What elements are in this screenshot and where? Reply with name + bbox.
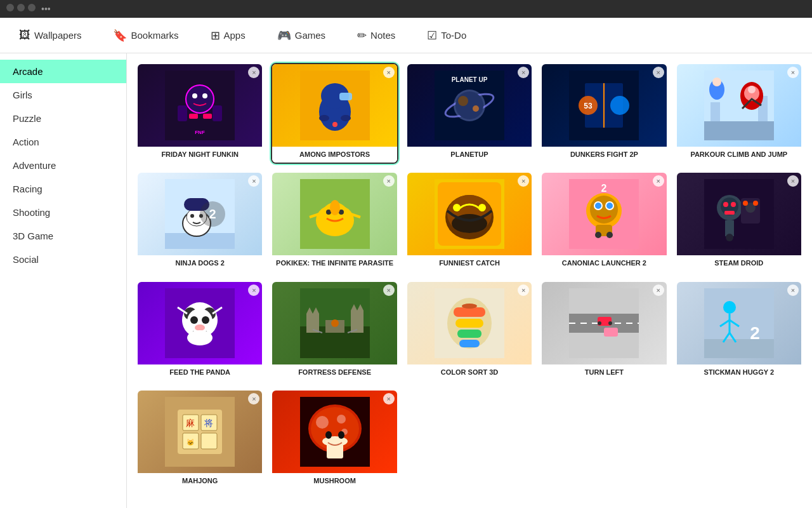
sidebar-item-adventure[interactable]: Adventure — [0, 154, 126, 177]
game-card-planetup[interactable]: × PLANET UP PLANETUP — [406, 63, 533, 164]
game-title-turnleft: TURN LEFT — [542, 364, 666, 380]
svg-point-90 — [195, 324, 205, 331]
svg-text:麻: 麻 — [186, 418, 195, 428]
sidebar-item-3dgame[interactable]: 3D Game — [0, 224, 126, 248]
game-card-pokikex[interactable]: × POKIKEX: THE INFINITE PARASITE — [271, 171, 398, 272]
sidebar: ArcadeGirlsPuzzleActionAdventureRacingSh… — [0, 53, 127, 508]
svg-point-1 — [186, 85, 214, 113]
svg-point-75 — [731, 202, 736, 207]
game-title-panda: FEED THE PANDA — [138, 364, 262, 380]
dot-1 — [6, 4, 14, 11]
nav-label-apps: Apps — [224, 30, 246, 41]
close-btn-panda[interactable]: × — [248, 284, 259, 296]
game-thumb-parkour — [677, 64, 801, 147]
game-title-steam: STEAM DROID — [677, 255, 801, 271]
svg-text:PLANET UP: PLANET UP — [452, 76, 488, 83]
game-card-parkour[interactable]: × PARKOUR CLIMB AND JUMP — [676, 63, 802, 164]
game-thumb-funniest — [407, 173, 532, 255]
nav-item-apps[interactable]: ⊞Apps — [204, 25, 252, 46]
game-card-panda[interactable]: × FEED THE PANDA — [136, 281, 263, 382]
game-card-mahjong[interactable]: × 麻 将 🐱 MAHJONG — [136, 389, 263, 490]
nav-item-games[interactable]: 🎮Games — [271, 25, 332, 46]
game-card-turnleft[interactable]: × TURN LEFT — [540, 281, 667, 382]
svg-point-65 — [594, 202, 602, 210]
game-card-fortress[interactable]: × FORTRESS DEFENSE — [271, 281, 398, 382]
svg-rect-114 — [604, 328, 618, 337]
content-area: ArcadeGirlsPuzzleActionAdventureRacingSh… — [0, 53, 812, 508]
close-btn-among[interactable]: × — [383, 67, 395, 78]
game-card-among[interactable]: × AMONG IMPOSTORS — [271, 63, 398, 164]
svg-point-74 — [723, 202, 728, 207]
close-btn-stickman[interactable]: × — [787, 284, 799, 296]
svg-point-108 — [462, 304, 477, 309]
svg-rect-31 — [710, 102, 720, 121]
game-thumb-dunkers: 53 — [542, 64, 666, 147]
close-btn-colorsort[interactable]: × — [518, 284, 529, 296]
svg-point-27 — [610, 96, 629, 115]
game-thumb-canoniac: 2 — [542, 173, 666, 255]
svg-rect-104 — [454, 307, 485, 317]
sidebar-item-action[interactable]: Action — [0, 130, 126, 154]
game-card-mushroom[interactable]: × MUSHROOM — [271, 389, 398, 490]
svg-point-37 — [712, 77, 721, 86]
nav-item-bookmarks[interactable]: 🔖Bookmarks — [107, 25, 185, 46]
game-thumb-mushroom — [272, 391, 396, 473]
game-card-ninja[interactable]: × 2 NINJA DOGS 2 — [136, 171, 263, 272]
close-btn-canoniac[interactable]: × — [653, 175, 664, 187]
nav-bar: 🖼Wallpapers🔖Bookmarks⊞Apps🎮Games✏Notes☑T… — [0, 18, 812, 53]
svg-point-138 — [316, 416, 329, 429]
svg-rect-131 — [201, 433, 217, 449]
games-grid: × FNF FRIDAY NIGHT FUNKIN× AMONG IMPOSTO… — [127, 53, 812, 508]
game-thumb-pokikex — [272, 173, 396, 255]
nav-item-wallpapers[interactable]: 🖼Wallpapers — [13, 25, 88, 46]
svg-rect-30 — [704, 121, 774, 140]
close-btn-fortress[interactable]: × — [383, 284, 395, 296]
game-card-dunkers[interactable]: × 53 DUNKERS FIGHT 2P — [540, 63, 667, 164]
sidebar-item-arcade[interactable]: Arcade — [0, 60, 126, 83]
game-card-steam[interactable]: × STEAM DROID — [676, 171, 802, 272]
close-btn-mushroom[interactable]: × — [383, 393, 395, 404]
sidebar-item-racing[interactable]: Racing — [0, 177, 126, 201]
svg-rect-97 — [351, 311, 363, 333]
sidebar-item-shooting[interactable]: Shooting — [0, 201, 126, 224]
game-thumb-steam — [677, 173, 801, 255]
game-card-colorsort[interactable]: × COLOR SORT 3D — [406, 281, 533, 382]
close-btn-turnleft[interactable]: × — [653, 284, 664, 296]
game-card-stickman[interactable]: × 2 STICKMAN HUGGY 2 — [676, 281, 802, 382]
sidebar-item-puzzle[interactable]: Puzzle — [0, 107, 126, 130]
svg-point-89 — [202, 316, 209, 324]
svg-point-52 — [330, 200, 340, 215]
ellipsis: ••• — [41, 4, 51, 14]
svg-point-66 — [606, 202, 613, 210]
svg-text:2: 2 — [750, 323, 760, 343]
game-thumb-stickman: 2 — [677, 282, 801, 364]
svg-point-80 — [753, 201, 758, 206]
svg-text:FNF: FNF — [195, 130, 205, 135]
game-title-canoniac: CANONIAC LAUNCHER 2 — [542, 255, 666, 271]
game-card-canoniac[interactable]: × 2 CANONIAC LAUNCHER 2 — [540, 171, 667, 272]
sidebar-item-social[interactable]: Social — [0, 248, 126, 271]
nav-icon-bookmarks: 🔖 — [113, 29, 127, 43]
nav-icon-apps: ⊞ — [211, 29, 220, 43]
close-btn-pokikex[interactable]: × — [383, 175, 395, 187]
game-thumb-among — [272, 64, 396, 147]
close-btn-parkour[interactable]: × — [787, 67, 799, 78]
game-title-parkour: PARKOUR CLIMB AND JUMP — [677, 147, 801, 163]
sidebar-item-girls[interactable]: Girls — [0, 83, 126, 107]
title-bar: ••• — [0, 0, 812, 18]
svg-point-99 — [331, 319, 339, 327]
svg-point-35 — [748, 86, 756, 93]
nav-label-todo: To-Do — [441, 30, 466, 41]
nav-item-notes[interactable]: ✏Notes — [351, 25, 402, 46]
close-btn-dunkers[interactable]: × — [653, 67, 664, 78]
game-thumb-fortress — [272, 282, 396, 364]
nav-item-todo[interactable]: ☑To-Do — [421, 25, 473, 46]
game-card-funniest[interactable]: × FUNNIEST CATCH — [406, 171, 533, 272]
svg-point-68 — [595, 232, 601, 238]
game-thumb-mahjong: 麻 将 🐱 — [138, 391, 262, 473]
game-card-friday[interactable]: × FNF FRIDAY NIGHT FUNKIN — [136, 63, 263, 164]
svg-point-15 — [332, 122, 337, 127]
svg-rect-2 — [189, 114, 198, 119]
svg-point-21 — [473, 105, 479, 112]
svg-point-144 — [338, 431, 344, 439]
